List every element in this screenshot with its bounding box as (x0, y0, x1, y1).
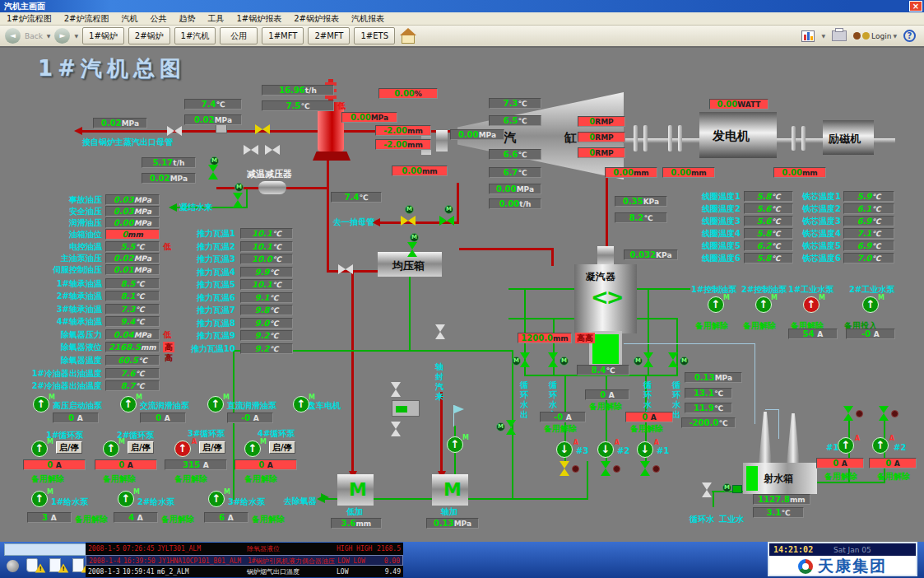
menu-item-tools[interactable]: 工具 (208, 13, 225, 25)
valve-icon[interactable] (702, 482, 712, 497)
valve-icon[interactable] (843, 406, 853, 421)
valve-icon[interactable] (548, 352, 558, 367)
motor-valve-icon[interactable]: M (234, 183, 244, 192)
tab-boiler1[interactable]: 1#锅炉 (82, 27, 124, 44)
tab-common[interactable]: 公用 (220, 27, 258, 44)
signal-line (765, 409, 779, 410)
valve-icon[interactable] (167, 126, 182, 136)
valve-icon[interactable] (601, 461, 611, 476)
start-stop-button[interactable]: 启/停 (269, 441, 295, 454)
menu-item-common[interactable]: 公共 (151, 13, 167, 25)
circ-pump-2[interactable] (103, 440, 119, 457)
feed-pump-2[interactable] (118, 491, 134, 507)
printer-icon[interactable] (832, 30, 847, 41)
valve-icon[interactable] (391, 382, 401, 397)
extraction-label: 去一抽母管 (333, 217, 374, 228)
motor-valve-icon[interactable]: M (722, 483, 731, 492)
back-button[interactable]: ◄ (5, 28, 21, 44)
gland-exhaust-fan[interactable] (447, 436, 463, 453)
back-dropdown-icon[interactable]: ▼ (47, 33, 51, 39)
alarm-row-selected[interactable]: 2008-1-416:39:50JY1HNA1OCP101_B01_ALM1#锅… (86, 555, 403, 566)
cw-pump-3[interactable] (556, 441, 573, 458)
menu-item-flow1[interactable]: 1#炉流程图 (7, 13, 52, 25)
dc-lube-oil-pump[interactable] (207, 396, 224, 413)
clock-panel: 14:21:02 Sat Jan 05 天康集团 (768, 542, 917, 576)
start-stop-button[interactable]: 启/停 (56, 441, 82, 454)
start-stop-button[interactable]: 启/停 (199, 441, 225, 454)
menu-item-report2[interactable]: 2#锅炉报表 (294, 13, 339, 25)
menu-item-turbine[interactable]: 汽机 (122, 13, 138, 25)
circ-pump-4[interactable] (244, 440, 261, 457)
valve-icon[interactable] (643, 352, 653, 367)
cw-pump-1[interactable] (637, 441, 653, 458)
valve-icon[interactable] (391, 422, 401, 436)
motor-valve-icon[interactable]: M (405, 205, 414, 214)
start-stop-button[interactable]: 启/停 (128, 441, 154, 454)
hp-startup-oil-pump[interactable] (33, 396, 49, 413)
pump-status: 备用解除 (31, 473, 64, 485)
motor-valve-icon[interactable]: M (680, 357, 689, 366)
alarm-value-box: 0.00WATT (709, 99, 768, 110)
valve-icon[interactable] (208, 165, 218, 179)
value-box: -0 A (227, 413, 273, 423)
mute-icon[interactable] (7, 560, 19, 572)
valve-icon[interactable] (640, 461, 650, 476)
motor-valve-icon[interactable]: M (444, 205, 453, 214)
valve-icon[interactable] (401, 216, 416, 226)
feed-pump-1[interactable] (31, 491, 48, 507)
forward-dropdown-icon[interactable]: ▼ (74, 33, 78, 39)
chart-dropdown-icon[interactable]: ▼ (821, 33, 825, 39)
menu-item-trend[interactable]: 趋势 (179, 13, 196, 25)
login-button[interactable]: Login ▼ (853, 32, 897, 40)
help-icon[interactable]: ? (903, 30, 916, 42)
menu-item-report1[interactable]: 1#锅炉报表 (237, 13, 282, 25)
valve-icon[interactable] (407, 242, 417, 257)
menu-item-flow2[interactable]: 2#炉流程图 (64, 13, 109, 25)
valve-icon[interactable] (668, 352, 678, 367)
water-pipe (508, 288, 576, 290)
tab-turbine1[interactable]: 1#汽机 (174, 27, 216, 44)
circ-pump-3[interactable] (174, 440, 191, 457)
industrial-water-pump-1[interactable] (803, 296, 820, 313)
jet-pump-1[interactable] (838, 437, 854, 454)
coupling-icon (801, 126, 806, 151)
valve-icon[interactable] (520, 352, 530, 367)
valve-icon[interactable] (338, 264, 353, 274)
forward-button[interactable]: ► (54, 28, 70, 44)
alarm-value-box: 0RMP (578, 116, 625, 127)
alarm-row[interactable]: 2008-1-507:26:45JYLT301_ALM除氧器液位HIGH HIG… (86, 543, 403, 554)
industrial-water-pump-2[interactable] (862, 296, 879, 313)
valve-icon[interactable] (244, 145, 258, 155)
motor-valve-icon[interactable]: M (560, 357, 569, 366)
valve-icon[interactable] (265, 145, 280, 155)
tab-mft2[interactable]: 2#MFT (308, 27, 350, 44)
control-oil-pump-2[interactable] (755, 296, 772, 313)
cw-pump-2[interactable] (597, 441, 614, 458)
valve-icon[interactable] (439, 216, 454, 226)
feed-pump-3[interactable] (208, 491, 225, 507)
motor-valve-icon[interactable]: M (496, 422, 505, 431)
desuperheater (258, 181, 286, 194)
value-box: 7.4℃ (184, 99, 242, 110)
circ-pump-1[interactable] (31, 440, 48, 457)
valve-icon[interactable] (255, 124, 270, 134)
jet-pump-2[interactable] (872, 437, 889, 454)
turning-gear-motor[interactable] (293, 396, 309, 413)
valve-icon[interactable] (879, 406, 889, 421)
chart-icon[interactable] (801, 30, 815, 42)
menu-item-report3[interactable]: 汽机报表 (351, 13, 384, 25)
tab-boiler2[interactable]: 2#锅炉 (128, 27, 170, 44)
home-icon[interactable] (399, 28, 417, 44)
valve-icon[interactable] (506, 420, 516, 435)
close-icon[interactable]: × (909, 1, 922, 12)
alarm-row[interactable]: 2008-1-310:59:41m6_2_ALM锅炉烟气出口温度LOW9.49 (86, 566, 403, 577)
valve-icon[interactable] (560, 461, 569, 476)
valve-icon[interactable] (435, 324, 445, 339)
tab-ets1[interactable]: 1#ETS (354, 27, 395, 44)
ac-lube-oil-pump[interactable] (120, 396, 137, 413)
valve-icon[interactable] (233, 193, 243, 207)
tab-mft1[interactable]: 1#MFT (262, 27, 304, 44)
control-oil-pump-1[interactable] (708, 296, 724, 313)
motor-valve-icon[interactable]: M (410, 233, 419, 242)
motor-valve-icon[interactable]: M (634, 357, 643, 366)
